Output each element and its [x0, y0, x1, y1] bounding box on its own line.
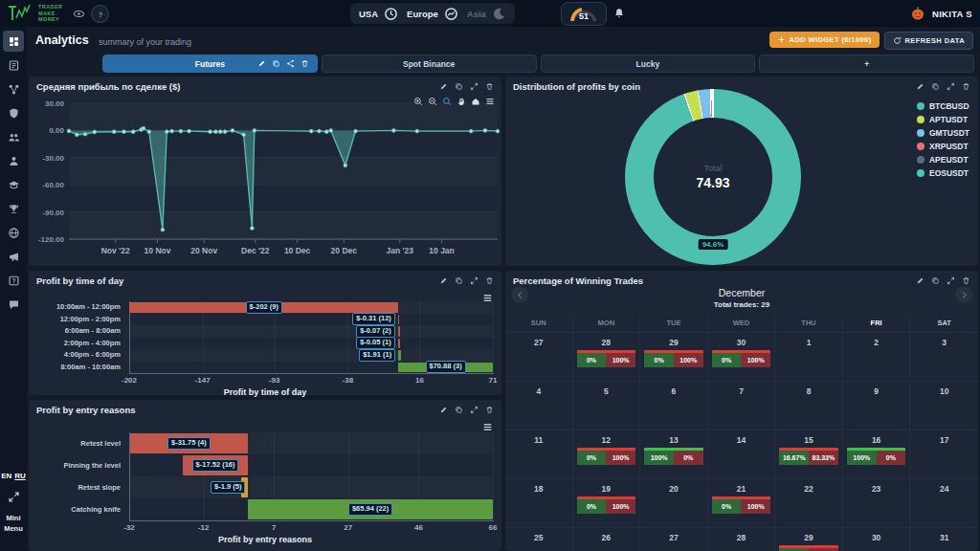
sidebar-item-chat[interactable] [3, 294, 24, 315]
hand-icon[interactable] [457, 97, 466, 106]
pencil-icon[interactable] [916, 82, 924, 91]
refresh-data-button[interactable]: REFRESH DATA [884, 32, 973, 50]
session-asia[interactable]: Asia [467, 7, 506, 21]
pencil-icon[interactable] [916, 276, 924, 285]
day-number: 24 [910, 479, 978, 494]
loss-percent: 83.33% [809, 451, 838, 465]
copy-icon[interactable] [931, 82, 940, 91]
x-tick: -147 [195, 376, 211, 385]
tab--[interactable]: + [759, 55, 974, 73]
burger-icon[interactable] [485, 97, 495, 106]
trash-icon[interactable] [962, 82, 970, 91]
copy-icon[interactable] [455, 82, 463, 91]
zoom-in-icon[interactable] [413, 97, 423, 106]
user-name: NIKITA S [932, 9, 972, 19]
legend-item-eosusdt[interactable]: EOSUSDT [917, 168, 969, 178]
sidebar-item-team[interactable] [3, 126, 24, 147]
burger-icon[interactable] [482, 422, 493, 432]
magnifier-icon[interactable] [442, 97, 452, 106]
x-tick: 27 [344, 523, 352, 532]
sidebar-item-flows[interactable] [3, 78, 24, 99]
sentiment-gauge[interactable]: 51 [561, 2, 607, 26]
legend-dot [917, 169, 924, 177]
trash-icon[interactable] [962, 276, 970, 285]
day-number: 28 [708, 528, 775, 542]
language-switcher[interactable]: ENRU [0, 472, 27, 480]
legend-label: GMTUSDT [929, 128, 969, 138]
sidebar-item-person[interactable] [3, 150, 24, 171]
expand-icon[interactable] [470, 82, 479, 91]
value-label: $-1.9 (5) [211, 481, 245, 494]
home-icon[interactable] [471, 97, 480, 106]
calendar-prev-button[interactable] [511, 286, 528, 303]
calendar-day-23: 23 [843, 478, 911, 527]
panel-profit-by-entry: Profit by entry reasons Retest level$-31… [29, 400, 501, 551]
day-number: 23 [843, 479, 910, 494]
donut-percent-badge: 94.6% [699, 239, 728, 250]
average-profit-chart: 30.000.00-30.00-60.00-90.00-120.00Nov '2… [31, 94, 500, 264]
pencil-icon[interactable] [257, 59, 266, 68]
avatar [910, 6, 925, 21]
eye-icon[interactable] [73, 8, 85, 20]
session-europe[interactable]: Europe [407, 7, 458, 21]
legend-item-apeusdt[interactable]: APEUSDT [917, 155, 969, 165]
day-number: 9 [843, 382, 910, 396]
day-number: 25 [505, 528, 572, 542]
weekday-row: SUNMONTUEWEDTHUFRISAT [505, 315, 978, 332]
user-menu[interactable]: NIKITA S [910, 0, 972, 27]
sidebar-item-journal[interactable] [3, 55, 24, 76]
weekday-sun: SUN [505, 315, 573, 332]
trash-icon[interactable] [301, 59, 309, 68]
sidebar-item-shield[interactable] [3, 102, 24, 123]
loss-percent: 0% [674, 451, 703, 465]
tab-spot-binance[interactable]: Spot Binance [322, 55, 537, 73]
day-number: 6 [640, 382, 707, 396]
expand-icon[interactable] [947, 82, 955, 91]
bell-icon[interactable] [612, 6, 626, 19]
mini-menu-toggle[interactable]: Mini Menu [0, 490, 27, 535]
sidebar-item-megaphone[interactable] [3, 246, 24, 267]
sidebar-item-globe[interactable] [3, 222, 24, 243]
session-usa[interactable]: USA [359, 7, 398, 21]
sidebar-item-help[interactable]: ? [3, 270, 24, 291]
sidebar-item-dashboard[interactable] [3, 31, 24, 52]
legend-item-gmtusdt[interactable]: GMTUSDT [917, 128, 969, 138]
calendar-day-28: 28 [708, 527, 776, 551]
zoom-out-icon[interactable] [428, 97, 437, 106]
calendar-day-24: 24 [910, 478, 978, 527]
loss-percent: 100% [674, 353, 703, 367]
loss-percent: 100% [606, 353, 635, 367]
sidebar-item-trophy[interactable] [3, 198, 24, 219]
category-label: 2:00pm - 4:00pm [29, 339, 121, 347]
x-tick: 71 [489, 376, 498, 385]
lang-en[interactable]: EN [1, 472, 11, 480]
pencil-icon[interactable] [439, 82, 448, 91]
calendar-next-button[interactable] [955, 286, 972, 303]
help-icon[interactable]: ? [91, 5, 109, 23]
tab-futures[interactable]: Futures [102, 55, 318, 73]
brand-logo[interactable]: TRADER MAKE MONEY [7, 3, 62, 24]
legend-item-xrpusdt[interactable]: XRPUSDT [917, 142, 969, 151]
bell-icon [612, 6, 626, 19]
copy-icon[interactable] [272, 59, 280, 68]
legend-item-btcbusd[interactable]: BTCBUSD [917, 101, 969, 111]
day-number: 14 [708, 430, 775, 445]
sidebar-item-education[interactable] [3, 174, 24, 195]
win-percent: 0% [712, 499, 742, 514]
trash-icon[interactable] [485, 82, 494, 91]
add-widget-button[interactable]: ADD WIDGET (6/1000) [769, 32, 880, 48]
chart-toolbar [413, 97, 495, 106]
burger-icon[interactable] [482, 293, 493, 303]
donut-chart: Total 74.93 94.6% [625, 89, 801, 265]
copy-icon[interactable] [931, 276, 940, 285]
legend-item-aptusdt[interactable]: APTUSDT [917, 115, 969, 124]
calendar-day-26: 26 [573, 527, 641, 551]
tab-lucky[interactable]: Lucky [541, 55, 756, 73]
page-title: Analytics [35, 33, 89, 47]
winrate-badge: 100%0% [847, 448, 905, 465]
share-icon[interactable] [286, 59, 295, 68]
calendar-day-22: 22 [775, 478, 843, 527]
lang-ru[interactable]: RU [14, 472, 26, 480]
winrate-badge: 0%100% [779, 545, 837, 551]
expand-icon[interactable] [947, 276, 955, 285]
